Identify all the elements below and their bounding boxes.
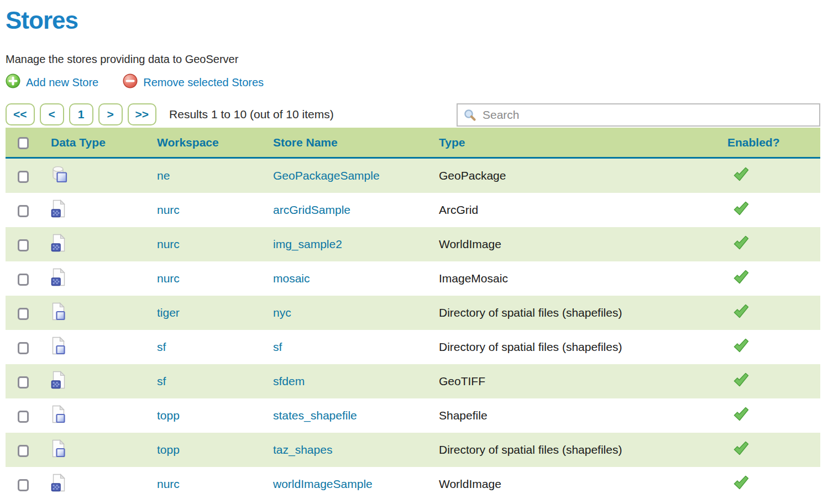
store-name-link[interactable]: sfdem — [273, 375, 305, 387]
prev-page-button[interactable]: < — [40, 103, 64, 125]
workspace-link[interactable]: nurc — [157, 272, 180, 285]
workspace-link[interactable]: tiger — [157, 306, 180, 319]
vector-store-icon — [51, 302, 66, 323]
workspace-link[interactable]: topp — [157, 443, 180, 456]
top-pager: << < 1 > >> Results 1 to 10 (out of 10 i… — [6, 103, 334, 125]
remove-selected-stores-link[interactable]: Remove selected Stores — [123, 74, 264, 91]
row-checkbox[interactable] — [18, 376, 29, 389]
store-type-text: Directory of spatial files (shapefiles) — [439, 443, 622, 456]
table-body: ne GeoPackageSample GeoPackage nurc arcG… — [6, 158, 820, 502]
header-enabled: Enabled? — [722, 128, 820, 158]
table-row: ne GeoPackageSample GeoPackage — [6, 158, 820, 193]
store-name-link[interactable]: nyc — [273, 306, 291, 319]
raster-store-icon — [51, 200, 66, 221]
raster-store-icon — [51, 268, 66, 289]
enabled-check-icon — [733, 167, 750, 185]
store-name-link[interactable]: taz_shapes — [273, 443, 332, 456]
vector-store-icon — [51, 439, 66, 460]
workspace-link[interactable]: nurc — [157, 238, 180, 250]
store-type-text: WorldImage — [439, 477, 501, 490]
row-checkbox[interactable] — [18, 205, 29, 217]
table-row: nurc arcGridSample ArcGrid — [6, 193, 820, 227]
row-checkbox[interactable] — [18, 342, 29, 354]
store-name-link[interactable]: img_sample2 — [273, 238, 342, 250]
header-data-type: Data Type — [45, 128, 151, 158]
store-type-text: ArcGrid — [439, 203, 478, 216]
enabled-check-icon — [733, 372, 750, 390]
stores-table: Data Type Workspace Store Name Type Enab… — [6, 128, 820, 501]
row-checkbox[interactable] — [18, 171, 29, 183]
first-page-button[interactable]: << — [6, 103, 35, 125]
store-type-text: GeoPackage — [439, 169, 506, 182]
table-row: nurc worldImageSample WorldImage — [6, 467, 820, 501]
enabled-check-icon — [733, 441, 750, 459]
last-page-button[interactable]: >> — [128, 103, 157, 125]
enabled-check-icon — [733, 201, 750, 219]
store-name-link[interactable]: mosaic — [273, 272, 310, 285]
vector-store-icon — [51, 337, 66, 358]
row-checkbox[interactable] — [18, 239, 29, 251]
store-type-text: Directory of spatial files (shapefiles) — [439, 306, 622, 319]
row-checkbox[interactable] — [18, 479, 29, 491]
row-checkbox[interactable] — [18, 445, 29, 457]
page-number-button[interactable]: 1 — [69, 103, 93, 125]
workspace-link[interactable]: sf — [157, 340, 166, 353]
table-row: topp taz_shapes Directory of spatial fil… — [6, 433, 820, 467]
store-name-link[interactable]: arcGridSample — [273, 203, 350, 216]
page-title: Stores — [6, 7, 820, 34]
table-header-row: Data Type Workspace Store Name Type Enab… — [6, 128, 820, 158]
enabled-check-icon — [733, 235, 750, 253]
search-input[interactable] — [483, 108, 819, 122]
store-type-text: Shapefile — [439, 409, 488, 422]
add-new-store-label: Add new Store — [26, 76, 98, 89]
enabled-check-icon — [733, 304, 750, 322]
header-store-name: Store Name — [268, 128, 433, 158]
enabled-check-icon — [733, 270, 750, 287]
store-actions: Add new Store Remove selected Stores — [6, 74, 820, 91]
store-name-link[interactable]: worldImageSample — [273, 477, 373, 490]
results-text: Results 1 to 10 (out of 10 items) — [169, 103, 334, 125]
search-icon — [463, 108, 477, 122]
header-type: Type — [433, 128, 722, 158]
next-page-button[interactable]: > — [98, 103, 123, 125]
vector-store-icon — [51, 405, 66, 426]
raster-store-icon — [51, 371, 66, 392]
raster-store-icon — [51, 474, 66, 495]
store-name-link[interactable]: sf — [273, 340, 282, 353]
workspace-link[interactable]: nurc — [157, 477, 180, 490]
workspace-link[interactable]: sf — [157, 375, 166, 387]
store-type-text: ImageMosaic — [439, 272, 508, 285]
add-new-store-link[interactable]: Add new Store — [6, 74, 98, 91]
enabled-check-icon — [733, 475, 750, 493]
remove-selected-stores-label: Remove selected Stores — [143, 76, 264, 89]
row-checkbox[interactable] — [18, 308, 29, 320]
enabled-check-icon — [733, 338, 750, 356]
workspace-link[interactable]: ne — [157, 169, 170, 182]
workspace-link[interactable]: topp — [157, 409, 180, 422]
database-store-icon — [51, 165, 67, 186]
store-name-link[interactable]: states_shapefile — [273, 409, 357, 422]
plus-circle-icon — [6, 74, 20, 91]
stores-page: Stores Manage the stores providing data … — [6, 7, 820, 504]
store-name-link[interactable]: GeoPackageSample — [273, 169, 380, 182]
row-checkbox[interactable] — [18, 274, 29, 286]
store-type-text: GeoTIFF — [439, 375, 485, 387]
table-row: nurc img_sample2 WorldImage — [6, 227, 820, 261]
store-type-text: WorldImage — [439, 238, 501, 250]
enabled-check-icon — [733, 407, 750, 424]
row-checkbox[interactable] — [18, 411, 29, 423]
top-toolbar: << < 1 > >> Results 1 to 10 (out of 10 i… — [6, 103, 820, 127]
page-subtitle: Manage the stores providing data to GeoS… — [6, 53, 820, 66]
table-row: sf sfdem GeoTIFF — [6, 364, 820, 398]
search-box — [457, 103, 820, 127]
select-all-checkbox[interactable] — [18, 137, 29, 149]
store-type-text: Directory of spatial files (shapefiles) — [439, 340, 622, 353]
table-row: nurc mosaic ImageMosaic — [6, 261, 820, 296]
raster-store-icon — [51, 234, 66, 255]
minus-circle-icon — [123, 74, 138, 91]
header-workspace: Workspace — [151, 128, 268, 158]
table-row: topp states_shapefile Shapefile — [6, 398, 820, 433]
table-row: tiger nyc Directory of spatial files (sh… — [6, 296, 820, 330]
workspace-link[interactable]: nurc — [157, 203, 180, 216]
table-row: sf sf Directory of spatial files (shapef… — [6, 330, 820, 364]
